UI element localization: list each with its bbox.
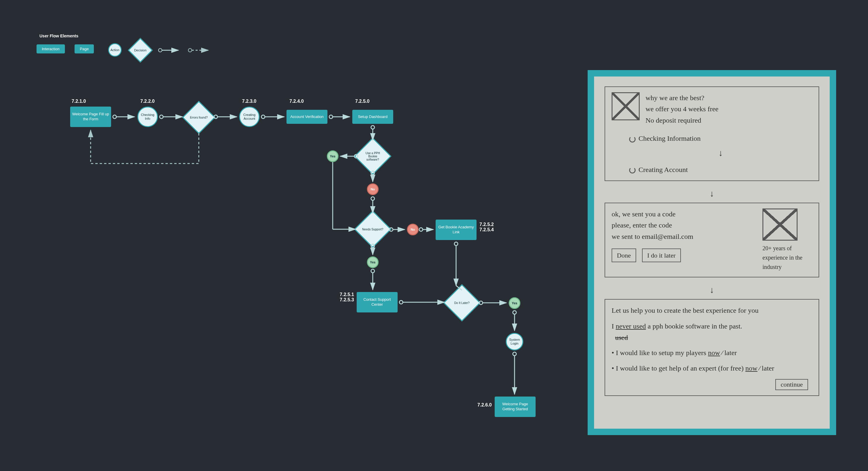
spinner-icon: [629, 136, 636, 142]
decision-errors-label: Errors found?: [188, 107, 210, 128]
decision-later-label: Do It Later?: [450, 291, 474, 315]
node-id-7240: 7.2.4.0: [289, 99, 304, 104]
node-id-7210: 7.2.1.0: [72, 99, 86, 104]
wf-c3-pre: I: [612, 323, 614, 330]
decision-pph: Use a PPH Bookie software?: [354, 138, 391, 175]
node-account-verification: Account Verification: [286, 110, 328, 124]
legend-title: User Flow Elements: [39, 34, 79, 38]
wf-step1: Checking Information: [639, 135, 701, 142]
node-id-7250: 7.2.5.0: [355, 99, 370, 104]
wf-c3-b1c: a pph bookie software in the past.: [648, 323, 742, 330]
node-welcome-form: Welcome Page Fill up the Form: [70, 107, 111, 127]
wireframe-paper: why we are the best? we offer you 4 week…: [594, 76, 830, 429]
node-checking-info: Checking Info: [137, 107, 158, 127]
decision-later: Do It Later?: [443, 284, 480, 321]
legend-interaction: Interaction: [36, 44, 65, 54]
wf-c3-b2: I would like to setup my players: [616, 349, 706, 357]
wf-c3-b3: I would like to get help of an expert (f…: [616, 364, 743, 372]
node-id-7251-7253: 7.2.5.1 7.2.5.3: [325, 292, 354, 303]
decision-pph-label: Use a PPH Bookie software?: [361, 144, 385, 168]
wireframe-panel: why we are the best? we offer you 4 week…: [588, 70, 836, 435]
wf-c1-line3: No deposit required: [646, 115, 718, 126]
badge-no-support: No: [407, 224, 418, 235]
svg-point-29: [371, 269, 374, 273]
decision-errors: Errors found?: [182, 101, 215, 134]
node-creating-account: Creating Account: [239, 107, 259, 127]
node-id-7252-7254: 7.2.5.2 7.2.5.4: [479, 222, 494, 232]
wf-c2-line3: we sent to email@email.com: [612, 231, 756, 242]
arrow-down-icon: ↓: [604, 285, 819, 295]
node-bookie-academy: Get Bookie Academy Link: [436, 220, 476, 240]
node-contact-support: Contact Support Center: [357, 292, 398, 312]
wf-c3-now2: now: [745, 364, 757, 372]
node-system-login: System Login: [506, 333, 523, 350]
wf-c2-line2: please, enter the code: [612, 220, 756, 231]
node-setup-dashboard: Setup Dashboard: [352, 110, 393, 124]
svg-point-12: [329, 115, 333, 119]
svg-point-14: [371, 126, 374, 129]
node-system-login-label: System Login: [507, 338, 522, 345]
svg-point-0: [158, 48, 162, 52]
wf-c1-line1: why we are the best?: [646, 92, 718, 103]
badge-yes-pph: Yes: [327, 150, 339, 162]
legend-decision-label: Decision: [132, 42, 148, 58]
wf-card-3: Let us help you to create the best exper…: [604, 299, 819, 396]
arrow-down-icon: ↓: [604, 189, 819, 199]
svg-point-39: [513, 311, 516, 314]
wf-card1-copy: why we are the best? we offer you 4 week…: [646, 92, 718, 126]
svg-point-34: [454, 242, 458, 245]
wf-c3-later2: later: [762, 364, 774, 372]
node-id-7220: 7.2.2.0: [140, 99, 155, 104]
node-creating-account-label: Creating Account: [240, 113, 259, 121]
wf-image-placeholder-icon: [612, 92, 640, 120]
wf-image-placeholder-icon: [763, 208, 798, 241]
arrow-down-icon: ↓: [629, 146, 812, 160]
badge-no-pph: No: [367, 183, 379, 195]
legend-page: Page: [74, 44, 94, 54]
legend-decision: Decision: [128, 38, 153, 63]
wf-c3-neverused: never used: [616, 323, 646, 330]
svg-point-41: [513, 352, 516, 356]
wf-card-1: why we are the best? we offer you 4 week…: [604, 87, 819, 181]
wf-card-2: ok, we sent you a code please, enter the…: [604, 203, 819, 277]
badge-yes-later: Yes: [509, 297, 520, 309]
legend-action-label: Action: [111, 48, 120, 52]
node-id-7260: 7.2.6.0: [474, 402, 492, 408]
badge-yes-support: Yes: [367, 257, 379, 268]
wf-c3-intro: Let us help you to create the best exper…: [612, 305, 812, 316]
svg-point-21: [371, 197, 374, 200]
wf-step2: Creating Account: [639, 166, 688, 173]
wf-btn-continue: continue: [775, 379, 808, 390]
svg-point-25: [419, 228, 423, 231]
wf-c1-line2: we offer you 4 weeks free: [646, 103, 718, 114]
wf-btn-later: I do it later: [642, 248, 681, 262]
wf-c2-line1: ok, we sent you a code: [612, 208, 756, 220]
legend-action: Action: [108, 43, 122, 57]
wf-c3-later1: later: [724, 349, 737, 357]
wf-c2-side: 20+ years of experience in the industry: [763, 243, 812, 272]
node-checking-info-label: Checking Info: [138, 113, 157, 121]
svg-point-2: [188, 48, 192, 52]
diagram-canvas: User Flow Elements Interaction Page Acti…: [0, 0, 868, 471]
wf-c3-now1: now: [708, 349, 720, 357]
wf-c3-used: used: [615, 334, 628, 341]
svg-point-6: [160, 115, 163, 119]
decision-support-label: Needs Support?: [361, 217, 385, 241]
svg-point-4: [113, 115, 116, 119]
svg-point-10: [261, 115, 265, 119]
node-id-7230: 7.2.3.0: [242, 99, 256, 104]
node-getting-started: Welcome Page Getting Started: [495, 397, 536, 417]
svg-point-32: [399, 300, 403, 304]
decision-support: Needs Support?: [354, 210, 391, 247]
wf-btn-done: Done: [612, 248, 636, 262]
spinner-icon: [629, 167, 636, 173]
